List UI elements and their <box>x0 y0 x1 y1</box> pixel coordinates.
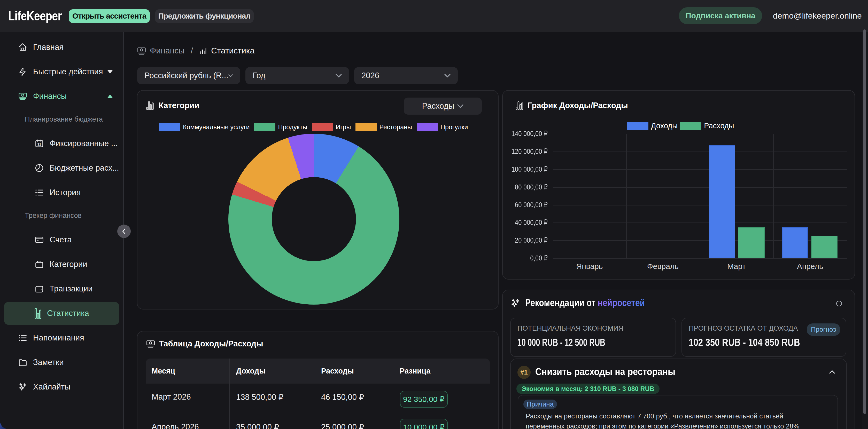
svg-text:31: 31 <box>37 142 41 146</box>
